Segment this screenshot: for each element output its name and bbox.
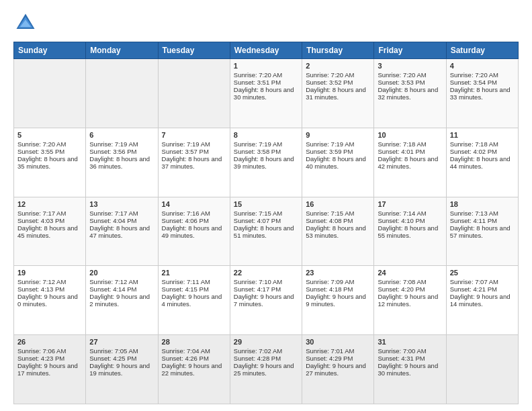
sunrise-text: Sunrise: 7:12 AM	[89, 278, 154, 285]
sunrise-text: Sunrise: 7:06 AM	[17, 347, 82, 355]
day-number: 10	[378, 131, 442, 139]
daylight-text: Daylight: 9 hours and 19 minutes.	[89, 362, 154, 377]
calendar-page: SundayMondayTuesdayWednesdayThursdayFrid…	[0, 0, 532, 411]
sunrise-text: Sunrise: 7:19 AM	[89, 140, 154, 148]
sunset-text: Sunset: 4:26 PM	[162, 355, 226, 362]
sunset-text: Sunset: 4:23 PM	[17, 355, 82, 362]
calendar-cell	[14, 59, 86, 128]
calendar-cell	[158, 59, 230, 128]
sunset-text: Sunset: 4:07 PM	[234, 217, 298, 224]
daylight-text: Daylight: 8 hours and 49 minutes.	[162, 224, 226, 239]
day-header-thursday: Thursday	[302, 42, 374, 59]
daylight-text: Daylight: 8 hours and 47 minutes.	[89, 224, 154, 239]
calendar-cell: 22Sunrise: 7:10 AMSunset: 4:17 PMDayligh…	[230, 266, 302, 335]
daylight-text: Daylight: 8 hours and 53 minutes.	[306, 224, 370, 239]
day-number: 8	[234, 131, 298, 139]
day-number: 2	[306, 62, 370, 70]
daylight-text: Daylight: 8 hours and 35 minutes.	[17, 155, 82, 170]
daylight-text: Daylight: 8 hours and 51 minutes.	[234, 224, 298, 239]
sunrise-text: Sunrise: 7:12 AM	[17, 278, 82, 285]
calendar-cell: 18Sunrise: 7:13 AMSunset: 4:11 PMDayligh…	[446, 197, 518, 266]
calendar-cell: 13Sunrise: 7:17 AMSunset: 4:04 PMDayligh…	[86, 197, 158, 266]
day-number: 11	[450, 131, 515, 139]
sunrise-text: Sunrise: 7:02 AM	[234, 347, 298, 355]
sunset-text: Sunset: 4:29 PM	[306, 355, 370, 362]
calendar-cell: 20Sunrise: 7:12 AMSunset: 4:14 PMDayligh…	[86, 266, 158, 335]
calendar-cell: 16Sunrise: 7:15 AMSunset: 4:08 PMDayligh…	[302, 197, 374, 266]
day-number: 30	[306, 338, 370, 346]
sunset-text: Sunset: 4:20 PM	[378, 285, 442, 293]
calendar-cell: 21Sunrise: 7:11 AMSunset: 4:15 PMDayligh…	[158, 266, 230, 335]
day-number: 9	[306, 131, 370, 139]
day-header-saturday: Saturday	[446, 42, 518, 59]
sunset-text: Sunset: 3:56 PM	[89, 148, 154, 155]
day-number: 12	[17, 200, 82, 208]
calendar-cell: 30Sunrise: 7:01 AMSunset: 4:29 PMDayligh…	[302, 335, 374, 404]
calendar-cell: 24Sunrise: 7:08 AMSunset: 4:20 PMDayligh…	[374, 266, 446, 335]
day-header-wednesday: Wednesday	[230, 42, 302, 59]
calendar-cell: 1Sunrise: 7:20 AMSunset: 3:51 PMDaylight…	[230, 59, 302, 128]
sunset-text: Sunset: 4:11 PM	[450, 217, 515, 224]
day-number: 18	[450, 200, 515, 208]
sunrise-text: Sunrise: 7:20 AM	[378, 71, 442, 79]
calendar-cell: 27Sunrise: 7:05 AMSunset: 4:25 PMDayligh…	[86, 335, 158, 404]
daylight-text: Daylight: 8 hours and 32 minutes.	[378, 86, 442, 101]
daylight-text: Daylight: 8 hours and 37 minutes.	[162, 155, 226, 170]
daylight-text: Daylight: 9 hours and 12 minutes.	[378, 293, 442, 308]
daylight-text: Daylight: 8 hours and 30 minutes.	[234, 86, 298, 101]
sunrise-text: Sunrise: 7:20 AM	[306, 71, 370, 79]
calendar-cell: 8Sunrise: 7:19 AMSunset: 3:58 PMDaylight…	[230, 128, 302, 197]
sunrise-text: Sunrise: 7:19 AM	[162, 140, 226, 148]
sunrise-text: Sunrise: 7:17 AM	[89, 210, 154, 217]
sunrise-text: Sunrise: 7:17 AM	[17, 210, 82, 217]
calendar-cell: 11Sunrise: 7:18 AMSunset: 4:02 PMDayligh…	[446, 128, 518, 197]
sunset-text: Sunset: 4:01 PM	[378, 148, 442, 155]
daylight-text: Daylight: 9 hours and 9 minutes.	[306, 293, 370, 308]
sunset-text: Sunset: 3:52 PM	[306, 79, 370, 86]
calendar-cell: 14Sunrise: 7:16 AMSunset: 4:06 PMDayligh…	[158, 197, 230, 266]
daylight-text: Daylight: 9 hours and 17 minutes.	[17, 362, 82, 377]
calendar-cell: 3Sunrise: 7:20 AMSunset: 3:53 PMDaylight…	[374, 59, 446, 128]
day-number: 28	[162, 338, 226, 346]
sunrise-text: Sunrise: 7:19 AM	[306, 140, 370, 148]
sunset-text: Sunset: 3:59 PM	[306, 148, 370, 155]
day-number: 21	[162, 269, 226, 277]
sunrise-text: Sunrise: 7:20 AM	[17, 140, 82, 148]
calendar-cell: 6Sunrise: 7:19 AMSunset: 3:56 PMDaylight…	[86, 128, 158, 197]
day-number: 17	[378, 200, 442, 208]
calendar-cell: 29Sunrise: 7:02 AMSunset: 4:28 PMDayligh…	[230, 335, 302, 404]
logo	[13, 11, 40, 35]
sunset-text: Sunset: 4:03 PM	[17, 217, 82, 224]
daylight-text: Daylight: 9 hours and 22 minutes.	[162, 362, 226, 377]
sunset-text: Sunset: 4:13 PM	[17, 285, 82, 293]
daylight-text: Daylight: 9 hours and 4 minutes.	[162, 293, 226, 308]
sunset-text: Sunset: 4:04 PM	[89, 217, 154, 224]
sunrise-text: Sunrise: 7:15 AM	[234, 210, 298, 217]
daylight-text: Daylight: 8 hours and 45 minutes.	[17, 224, 82, 239]
day-header-monday: Monday	[86, 42, 158, 59]
daylight-text: Daylight: 9 hours and 25 minutes.	[234, 362, 298, 377]
calendar-cell: 2Sunrise: 7:20 AMSunset: 3:52 PMDaylight…	[302, 59, 374, 128]
sunrise-text: Sunrise: 7:09 AM	[306, 278, 370, 285]
sunset-text: Sunset: 4:08 PM	[306, 217, 370, 224]
sunrise-text: Sunrise: 7:13 AM	[450, 210, 515, 217]
header	[13, 11, 519, 35]
sunrise-text: Sunrise: 7:07 AM	[450, 278, 515, 285]
daylight-text: Daylight: 9 hours and 0 minutes.	[17, 293, 82, 308]
sunset-text: Sunset: 3:55 PM	[17, 148, 82, 155]
day-number: 25	[450, 269, 515, 277]
calendar-cell: 9Sunrise: 7:19 AMSunset: 3:59 PMDaylight…	[302, 128, 374, 197]
daylight-text: Daylight: 9 hours and 14 minutes.	[450, 293, 515, 308]
calendar-cell: 28Sunrise: 7:04 AMSunset: 4:26 PMDayligh…	[158, 335, 230, 404]
sunset-text: Sunset: 4:15 PM	[162, 285, 226, 293]
sunrise-text: Sunrise: 7:16 AM	[162, 210, 226, 217]
day-number: 23	[306, 269, 370, 277]
daylight-text: Daylight: 8 hours and 42 minutes.	[378, 155, 442, 170]
sunrise-text: Sunrise: 7:18 AM	[378, 140, 442, 148]
day-number: 13	[89, 200, 154, 208]
day-number: 15	[234, 200, 298, 208]
sunrise-text: Sunrise: 7:08 AM	[378, 278, 442, 285]
calendar-cell: 17Sunrise: 7:14 AMSunset: 4:10 PMDayligh…	[374, 197, 446, 266]
calendar-cell: 26Sunrise: 7:06 AMSunset: 4:23 PMDayligh…	[14, 335, 86, 404]
sunrise-text: Sunrise: 7:10 AM	[234, 278, 298, 285]
